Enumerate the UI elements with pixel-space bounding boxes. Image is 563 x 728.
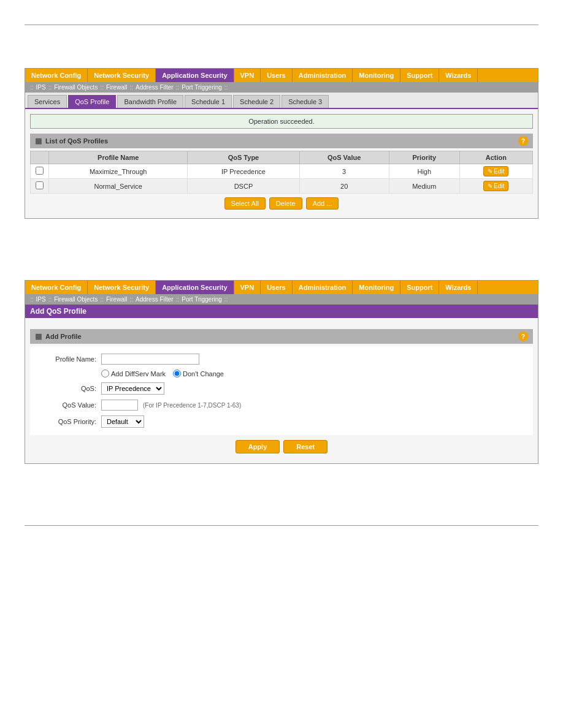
col-action: Action [459, 151, 532, 164]
row2-profile-name: Normal_Service [49, 179, 188, 194]
col-checkbox [31, 151, 49, 164]
nav-users[interactable]: Users [261, 69, 293, 82]
subnav2-ips[interactable]: IPS [36, 296, 46, 303]
subnav-address-filter[interactable]: Address Filter [136, 84, 174, 91]
profile-name-row: Profile Name: [30, 351, 533, 367]
help-icon-1[interactable]: ? [518, 136, 528, 146]
sub-nav-1: :: IPS :: Firewall Objects :: Firewall :… [25, 82, 538, 93]
apply-button[interactable]: Apply [236, 440, 280, 453]
col-qos-type: QoS Type [188, 151, 299, 164]
tab-schedule1[interactable]: Schedule 1 [185, 95, 232, 108]
subnav2-address-filter[interactable]: Address Filter [136, 296, 174, 303]
row2-priority: Medium [389, 179, 459, 194]
nav-support[interactable]: Support [400, 69, 439, 82]
page-title-bar: Add QoS Profile [25, 305, 538, 318]
col-qos-value: QoS Value [299, 151, 389, 164]
top-divider [25, 25, 538, 25]
tab-bar-1: Services QoS Profile Bandwidth Profile S… [25, 93, 538, 109]
subnav-port-triggering[interactable]: Port Triggering [182, 84, 222, 91]
content-area-1: Operation succeeded. ▦ List of QoS Profi… [25, 109, 538, 218]
nav-monitoring[interactable]: Monitoring [353, 69, 400, 82]
row1-priority: High [389, 164, 459, 179]
nav2-support[interactable]: Support [400, 281, 439, 294]
row1-edit-button[interactable]: Edit [483, 166, 508, 176]
select-all-button[interactable]: Select All [224, 197, 266, 210]
page-title: Add QoS Profile [30, 307, 86, 316]
qos-select[interactable]: IP Precedence DSCP [101, 382, 164, 395]
form-content: ▦ Add Profile ? Profile Name: [25, 318, 538, 463]
add-diffserv-radio[interactable] [101, 370, 109, 377]
nav-application-security[interactable]: Application Security [156, 69, 234, 82]
add-diffserv-label: Add DiffServ Mark [101, 370, 166, 377]
tab-bandwidth-profile[interactable]: Bandwidth Profile [117, 95, 183, 108]
nav-wizards[interactable]: Wizards [439, 69, 478, 82]
qos-profiles-table: Profile Name QoS Type QoS Value Priority… [30, 151, 533, 194]
nav-bar-1: Network Config Network Security Applicat… [25, 69, 538, 82]
section-title-1: ▦ List of QoS Profiles [35, 137, 108, 145]
qos-select-label: QoS: [35, 385, 96, 392]
add-diffserv-text: Add DiffServ Mark [111, 370, 166, 377]
delete-button[interactable]: Delete [269, 197, 302, 210]
row1-qos-type: IP Precedence [188, 164, 299, 179]
nav-network-security[interactable]: Network Security [88, 69, 156, 82]
subnav2-firewall-objects[interactable]: Firewall Objects [54, 296, 98, 303]
nav-network-config[interactable]: Network Config [25, 69, 88, 82]
qos-value-label: QoS Value: [35, 401, 96, 409]
profile-name-input[interactable] [101, 354, 199, 365]
col-priority: Priority [389, 151, 459, 164]
section-header-2: ▦ Add Profile ? [30, 329, 533, 344]
row1-checkbox-cell [31, 164, 49, 179]
row2-checkbox-cell [31, 179, 49, 194]
grid-icon-2: ▦ [35, 332, 42, 341]
diffserv-row: Add DiffServ Mark Don't Change [30, 367, 533, 380]
row2-checkbox[interactable] [36, 181, 44, 189]
nav-vpn[interactable]: VPN [234, 69, 261, 82]
tab-services[interactable]: Services [28, 95, 67, 108]
section-header-1: ▦ List of QoS Profiles ? [30, 134, 533, 148]
profile-name-label: Profile Name: [35, 355, 96, 363]
nav2-users[interactable]: Users [261, 281, 293, 294]
row1-action: Edit [459, 164, 532, 179]
grid-icon: ▦ [35, 137, 42, 145]
nav-bar-2: Network Config Network Security Applicat… [25, 281, 538, 294]
qos-value-row: QoS Value: (For IP Precedence 1-7,DSCP 1… [30, 397, 533, 413]
form-buttons: Apply Reset [30, 435, 533, 458]
dont-change-text: Don't Change [183, 370, 224, 377]
subnav-ips[interactable]: IPS [36, 84, 46, 91]
nav2-network-security[interactable]: Network Security [88, 281, 156, 294]
tab-schedule3[interactable]: Schedule 3 [282, 95, 329, 108]
help-icon-2[interactable]: ? [518, 332, 528, 341]
table-row: Maximize_Through IP Precedence 3 High Ed… [31, 164, 533, 179]
tab-qos-profile[interactable]: QoS Profile [68, 95, 116, 108]
row1-profile-name: Maximize_Through [49, 164, 188, 179]
bottom-divider [25, 525, 538, 526]
row1-checkbox[interactable] [36, 167, 44, 175]
nav2-vpn[interactable]: VPN [234, 281, 261, 294]
table-row: Normal_Service DSCP 20 Medium Edit [31, 179, 533, 194]
dont-change-radio[interactable] [173, 370, 181, 377]
nav-administration[interactable]: Administration [293, 69, 353, 82]
nav2-wizards[interactable]: Wizards [439, 281, 478, 294]
reset-button[interactable]: Reset [283, 440, 327, 453]
row2-action: Edit [459, 179, 532, 194]
qos-value-input[interactable] [101, 400, 138, 411]
row2-edit-button[interactable]: Edit [483, 181, 508, 191]
nav2-network-config[interactable]: Network Config [25, 281, 88, 294]
nav2-monitoring[interactable]: Monitoring [353, 281, 400, 294]
subnav-firewall-objects[interactable]: Firewall Objects [54, 84, 98, 91]
subnav2-port-triggering[interactable]: Port Triggering [182, 296, 222, 303]
block1-container: Network Config Network Security Applicat… [25, 68, 538, 219]
col-profile-name: Profile Name [49, 151, 188, 164]
nav2-administration[interactable]: Administration [293, 281, 353, 294]
add-button[interactable]: Add ... [306, 197, 339, 210]
sub-nav-2: :: IPS :: Firewall Objects :: Firewall :… [25, 294, 538, 305]
subnav2-firewall[interactable]: Firewall [106, 296, 127, 303]
section-title-2: ▦ Add Profile [35, 332, 82, 341]
tab-schedule2[interactable]: Schedule 2 [233, 95, 280, 108]
qos-priority-select[interactable]: Default Low Medium High [101, 415, 144, 428]
subnav-firewall[interactable]: Firewall [106, 84, 127, 91]
nav2-application-security[interactable]: Application Security [156, 281, 234, 294]
qos-priority-label: QoS Priority: [35, 418, 96, 425]
qos-row: QoS: IP Precedence DSCP [30, 380, 533, 397]
add-profile-form: Profile Name: Add DiffServ Mark Don't Ch… [30, 346, 533, 435]
